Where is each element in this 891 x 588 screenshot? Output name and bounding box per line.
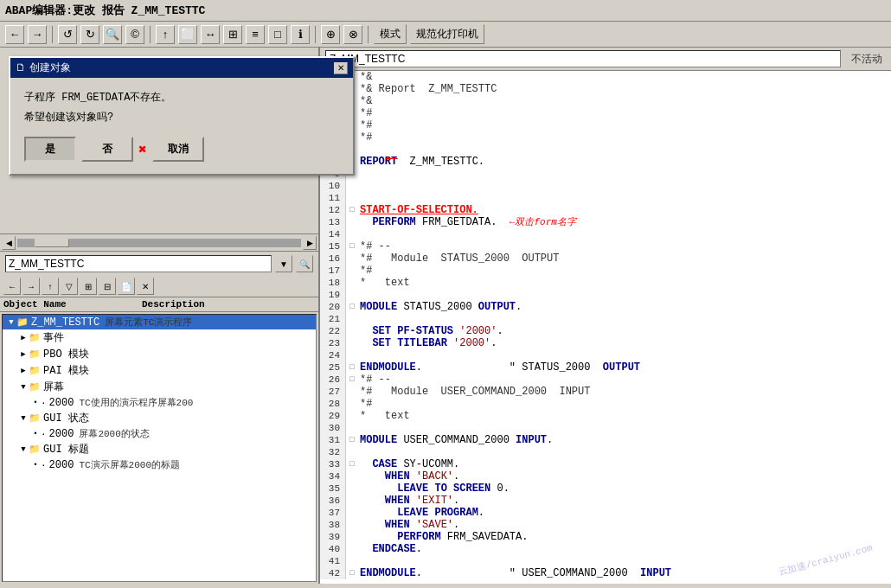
line-content[interactable]: * text (358, 410, 891, 422)
line-content[interactable]: *# Module USER_COMMAND_2000 INPUT (358, 386, 891, 398)
line-content[interactable]: LEAVE TO SCREEN 0. (358, 483, 891, 495)
obj-up-btn[interactable]: ↑ (42, 278, 59, 295)
line-content[interactable] (358, 180, 891, 192)
line-content[interactable]: CASE SY-UCOMM. (358, 458, 891, 470)
line-content[interactable] (358, 349, 891, 361)
list-btn[interactable]: ≡ (246, 25, 265, 44)
tree-item[interactable]: •·2000TC使用的演示程序屏幕200 (3, 395, 316, 410)
tree-expand-icon[interactable]: ▼ (18, 445, 29, 454)
box-btn[interactable]: ⬜ (178, 25, 197, 44)
exchange-btn[interactable]: ↔ (201, 25, 220, 44)
line-content[interactable]: MODULE USER_COMMAND_2000 INPUT. (358, 434, 891, 446)
line-content[interactable] (358, 144, 891, 156)
horizontal-scrollbar[interactable]: ◀ ▶ (0, 233, 318, 251)
line-content[interactable]: *& (358, 71, 891, 83)
tree-item[interactable]: ▶📁PBO 模块 (3, 346, 316, 362)
refresh-btn[interactable]: ↺ (58, 25, 77, 44)
line-content[interactable]: *# Module STATUS_2000 OUTPUT (358, 252, 891, 265)
square-btn[interactable]: □ (268, 25, 287, 44)
line-content[interactable]: SET PF-STATUS '2000'. (358, 325, 891, 337)
scroll-left-btn[interactable]: ◀ (2, 236, 16, 250)
tree-expand-icon[interactable]: ▼ (6, 318, 16, 327)
obj-del-btn[interactable]: ✕ (137, 278, 154, 295)
line-content[interactable]: *& (358, 95, 891, 107)
line-content[interactable]: PERFORM FRM_SAVEDATA. (358, 531, 891, 543)
obj-collapse-btn[interactable]: ⊟ (99, 278, 116, 295)
tree-item[interactable]: •·2000TC演示屏幕2000的标题 (3, 457, 316, 472)
obj-back-btn[interactable]: ← (3, 278, 21, 295)
dl-btn[interactable]: ⊕ (321, 25, 340, 44)
editor-program-name[interactable] (325, 50, 841, 67)
line-content[interactable] (358, 289, 891, 301)
find-btn[interactable]: 🔍 (103, 25, 122, 44)
line-content[interactable]: *# (358, 119, 891, 131)
line-content[interactable]: *# -- (358, 374, 891, 386)
line-content[interactable] (358, 228, 891, 240)
line-content[interactable]: SET TITLEBAR '2000'. (358, 337, 891, 349)
tree-expand-icon[interactable]: • (30, 399, 41, 407)
code-editor[interactable]: *&*& Report Z_MM_TESTTC*&*#*#*#8REPORT Z… (320, 71, 891, 584)
dropdown-btn[interactable]: ▼ (275, 255, 292, 272)
object-tree[interactable]: ▼📁Z_MM_TESTTC屏幕元素TC演示程序▶📁事件▶📁PBO 模块▶📁PAI… (2, 314, 317, 582)
search-go-btn[interactable]: 🔍 (296, 255, 313, 272)
print-btn[interactable]: 规范化打印机 (410, 24, 484, 44)
line-content[interactable] (358, 192, 891, 204)
dialog-yes-button[interactable]: 是 (24, 137, 76, 162)
line-content[interactable]: MODULE STATUS_2000 OUTPUT. (358, 301, 891, 313)
line-content[interactable]: *& Report Z_MM_TESTTC (358, 83, 891, 95)
back-btn[interactable]: ← (5, 25, 24, 44)
tree-item[interactable]: ▶📁PAI 模块 (3, 362, 316, 379)
line-content[interactable]: * text (358, 277, 891, 289)
line-content[interactable] (358, 168, 891, 180)
dialog-no-button[interactable]: 否 (81, 137, 133, 162)
upload-btn[interactable]: ↑ (156, 25, 175, 44)
tree-item[interactable]: ▼📁GUI 标题 (3, 441, 316, 457)
obj-forward-btn[interactable]: → (22, 278, 40, 295)
line-content[interactable] (358, 446, 891, 458)
dialog-cancel-button[interactable]: 取消 (152, 137, 204, 162)
scroll-right-btn[interactable]: ▶ (303, 236, 317, 250)
line-content[interactable]: *# -- (358, 240, 891, 252)
mode-btn[interactable]: 模式 (374, 24, 407, 44)
line-content[interactable]: START-OF-SELECTION. (358, 204, 891, 216)
line-content[interactable] (358, 313, 891, 325)
tree-expand-icon[interactable]: ▶ (18, 366, 29, 375)
ul-btn[interactable]: ⊗ (343, 25, 362, 44)
scroll-thumb[interactable] (35, 239, 69, 247)
grid-btn[interactable]: ⊞ (223, 25, 242, 44)
tree-item[interactable]: •·2000屏幕2000的状态 (3, 426, 316, 441)
redo-btn[interactable]: ↻ (80, 25, 99, 44)
search-input[interactable] (5, 255, 272, 272)
copy-btn[interactable]: © (125, 25, 144, 44)
info-btn[interactable]: ℹ (291, 25, 310, 44)
tree-item[interactable]: ▶📁事件 (3, 329, 316, 346)
line-content[interactable]: WHEN 'BACK'. (358, 470, 891, 483)
scroll-track[interactable] (17, 239, 301, 247)
obj-doc-btn[interactable]: 📄 (118, 278, 135, 295)
tree-expand-icon[interactable]: ▼ (18, 383, 29, 392)
tree-item[interactable]: ▼📁Z_MM_TESTTC屏幕元素TC演示程序 (3, 315, 316, 329)
line-content[interactable]: WHEN 'SAVE'. (358, 519, 891, 531)
line-content[interactable]: LEAVE PROGRAM. (358, 507, 891, 519)
line-content[interactable]: PERFORM FRM_GETDATA. ←双击form名字 (358, 216, 891, 228)
obj-filter-btn[interactable]: ▽ (61, 278, 78, 295)
dialog-close-button[interactable]: ✕ (334, 62, 348, 74)
obj-expand-btn[interactable]: ⊞ (80, 278, 97, 295)
tree-expand-icon[interactable]: ▶ (18, 333, 29, 342)
line-content[interactable]: *# (358, 265, 891, 277)
line-content[interactable]: *# (358, 107, 891, 119)
tree-expand-icon[interactable]: ▼ (18, 414, 29, 423)
line-content[interactable]: WHEN 'EXIT'. (358, 495, 891, 507)
forward-btn[interactable]: → (28, 25, 47, 44)
line-content[interactable]: REPORT Z_MM_TESTTC. (358, 156, 891, 168)
line-content[interactable]: ENDMODULE. " STATUS_2000 OUTPUT (358, 361, 891, 374)
tree-expand-icon[interactable]: • (30, 461, 41, 470)
line-content[interactable]: ENDCASE. (358, 543, 891, 555)
tree-expand-icon[interactable]: • (30, 430, 41, 438)
tree-item[interactable]: ▼📁屏幕 (3, 379, 316, 395)
line-content[interactable] (358, 422, 891, 434)
line-content[interactable]: *# (358, 398, 891, 410)
tree-expand-icon[interactable]: ▶ (18, 349, 29, 359)
line-content[interactable]: *# (358, 131, 891, 144)
tree-item[interactable]: ▼📁GUI 状态 (3, 410, 316, 426)
